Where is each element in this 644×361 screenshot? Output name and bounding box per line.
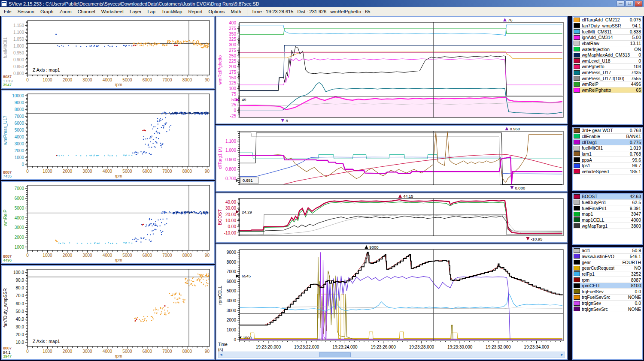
channel-row-wmPress_U17[interactable]: wmPress_U177435 bbox=[573, 70, 642, 76]
channel-row-cllEnable[interactable]: cllEnableBANK1 bbox=[573, 134, 642, 140]
channel-name: gear bbox=[582, 260, 591, 265]
svg-text:275: 275 bbox=[229, 48, 236, 53]
chart-panel-wmPress_U17[interactable]: 0100020003000400050006000700080009000100… bbox=[1, 90, 215, 180]
channel-value: 0.775 bbox=[630, 140, 641, 145]
channel-row-trqIgnSevSrc[interactable]: trqIgnSevSrcNONE bbox=[573, 306, 642, 312]
channel-row-awkwJustinEVO[interactable]: awkwJustinEVO546.1 bbox=[573, 254, 642, 260]
channel-row-fuelMlt_CM311[interactable]: fuelMlt_CM3110.838 bbox=[573, 29, 642, 35]
svg-text:rpm: rpm bbox=[115, 174, 122, 178]
svg-text:40.00: 40.00 bbox=[225, 200, 236, 205]
channel-row-rpm[interactable]: rpm8087 bbox=[573, 277, 642, 283]
svg-text:8087: 8087 bbox=[3, 346, 12, 350]
chart-panel-rpmCELL[interactable]: ◄ ► 010002000300040005000600070008000900… bbox=[216, 244, 568, 360]
channel-row-wgMapMaxAdd_CM313[interactable]: wgMapMaxAdd_CM3130 bbox=[573, 52, 642, 58]
channel-row-wmPghetto[interactable]: wmPghetto108 bbox=[573, 64, 642, 70]
chart-panel-fuelMltCll1[interactable]: 0.8000.8500.9000.9501.0001.0501.1001.150… bbox=[1, 16, 215, 89]
channel-value: BANK1 bbox=[626, 134, 641, 139]
channel-row-3rd+ gear WOT[interactable]: 3rd+ gear WOT0.768 bbox=[573, 128, 642, 134]
channel-name: tps1 bbox=[582, 163, 590, 168]
menu-lap[interactable]: Lap bbox=[145, 8, 158, 15]
chart-panel-wmRelPghetto[interactable]: -250255075100125150175200225250275300325… bbox=[216, 16, 568, 124]
channel-row-map1[interactable]: map13947 bbox=[573, 211, 642, 217]
channel-row-wmPress_U17-f(100)[interactable]: wmPress_U17-f(100)7555 bbox=[573, 75, 642, 81]
chart-panel-wmRelP[interactable]: 1000200030004000500060007000010002000300… bbox=[1, 181, 215, 264]
channel-row-wmRelPghetto[interactable]: wmRelPghetto65 bbox=[573, 87, 642, 93]
channel-value: 0 bbox=[638, 58, 641, 63]
svg-text:1000: 1000 bbox=[15, 245, 24, 250]
channel-name: wmPress_U17 bbox=[582, 70, 611, 75]
svg-text:8000: 8000 bbox=[182, 78, 192, 82]
channel-row-map1CELL[interactable]: map1CELL4000 bbox=[573, 217, 642, 223]
menu-layer[interactable]: Layer bbox=[127, 8, 145, 15]
channel-name: 3rd+ gear WOT bbox=[582, 128, 613, 133]
minimize-button[interactable]: — bbox=[617, 0, 625, 7]
chart-panel-BOOST[interactable]: -10.000.0010.0020.0030.0040.0024.2944.15… bbox=[216, 193, 568, 243]
menu-graph[interactable]: Graph bbox=[37, 8, 57, 15]
time-scrollbar[interactable]: ◄ ► bbox=[218, 352, 565, 358]
svg-text:wmRelP: wmRelP bbox=[3, 209, 8, 226]
channel-row-vbatRaw[interactable]: vbatRaw13.11 bbox=[573, 41, 642, 47]
svg-text:10.0: 10.0 bbox=[16, 340, 24, 345]
scroll-right-icon[interactable]: ► bbox=[559, 352, 565, 358]
channel-row-lam1[interactable]: lam10.768 bbox=[573, 151, 642, 157]
channel-row-trqIgnSev[interactable]: trqIgnSev0.0 bbox=[573, 301, 642, 307]
svg-text:50: 50 bbox=[231, 97, 237, 102]
channel-row-tps1[interactable]: tps199.7 bbox=[573, 163, 642, 169]
channel-value: 0.838 bbox=[630, 29, 641, 34]
chart-panel-cllTarg1[interactable]: 0.7000.8000.9001.0001.1000.6810.9600.000… bbox=[216, 125, 568, 192]
channel-row-fuelFinalPri1[interactable]: fuelFinalPri19.391 bbox=[573, 205, 642, 211]
svg-text:0.800: 0.800 bbox=[13, 71, 24, 76]
svg-text:0.900: 0.900 bbox=[13, 57, 24, 62]
scroll-left-icon[interactable]: ◄ bbox=[219, 352, 224, 358]
channel-name: fuelMlt_CM311 bbox=[582, 29, 612, 34]
chart-panel-fan7Duty[interactable]: 10.020.030.040.050.060.070.080.090.0100.… bbox=[1, 265, 215, 360]
color-swatch bbox=[574, 88, 580, 93]
channel-row-waterInjection[interactable]: waterInjectionON bbox=[573, 46, 642, 52]
channel-row-wmRelP[interactable]: wmRelP4496 bbox=[573, 81, 642, 87]
menu-report[interactable]: Report bbox=[185, 8, 205, 15]
channel-row-fuelDutyPri1[interactable]: fuelDutyPri162.5 bbox=[573, 200, 642, 206]
channel-row-act1[interactable]: act150.9 bbox=[573, 248, 642, 254]
svg-text:2000: 2000 bbox=[227, 318, 237, 322]
channel-value: 108 bbox=[633, 64, 641, 69]
channel-value: 94.1 bbox=[632, 23, 641, 28]
close-button[interactable]: ✕ bbox=[635, 0, 643, 7]
channel-row-relFp1[interactable]: relFp13252 bbox=[573, 271, 642, 277]
menu-zoom[interactable]: Zoom bbox=[56, 8, 74, 15]
maximize-button[interactable]: ❐ bbox=[626, 0, 634, 7]
svg-text:0: 0 bbox=[234, 108, 236, 113]
svg-text:-10.00: -10.00 bbox=[224, 231, 237, 235]
svg-text:0: 0 bbox=[26, 349, 29, 354]
menu-worksheet[interactable]: Worksheet bbox=[98, 8, 127, 15]
channel-value: 65 bbox=[636, 87, 641, 93]
menu-options[interactable]: Options bbox=[205, 8, 228, 15]
channel-row-rpmCELL[interactable]: rpmCELL8100 bbox=[573, 283, 642, 289]
channel-row-ignAdd_CM314[interactable]: ignAdd_CM3145.00 bbox=[573, 35, 642, 41]
channel-row-trqFuelSevSrc[interactable]: trqFuelSevSrcNONE bbox=[573, 295, 642, 301]
menu-trackmap[interactable]: TrackMap bbox=[158, 8, 185, 15]
color-swatch bbox=[574, 82, 580, 87]
svg-text:25: 25 bbox=[231, 102, 237, 107]
menu-channel[interactable]: Channel bbox=[75, 8, 98, 15]
channel-row-ppsA[interactable]: ppsA99.6 bbox=[573, 157, 642, 163]
channel-row-vehicleSpeed[interactable]: vehicleSpeed185.1 bbox=[573, 168, 642, 174]
scrollbar-thumb[interactable] bbox=[319, 352, 351, 357]
channel-row-fan7Duty_wmpSSR[interactable]: fan7Duty_wmpSSR94.1 bbox=[573, 23, 642, 29]
menu-math[interactable]: Math bbox=[228, 8, 244, 15]
svg-text:5000: 5000 bbox=[122, 349, 132, 354]
channel-row-gearCutRequest[interactable]: gearCutRequestNO bbox=[573, 265, 642, 271]
channel-row-cllTargAdd_CM212[interactable]: cllTargAdd_CM2120.075 bbox=[573, 17, 642, 23]
channel-row-cllTarg1[interactable]: cllTarg10.775 bbox=[573, 139, 642, 145]
channel-row-fuelMltCll1[interactable]: fuelMltCll11.019 bbox=[573, 145, 642, 151]
channel-row-trqFuelSev[interactable]: trqFuelSev0.0 bbox=[573, 289, 642, 295]
chart-wmRelP-vs-rpm: 1000200030004000500060007000010002000300… bbox=[2, 182, 214, 263]
menu-file[interactable]: File bbox=[1, 8, 15, 15]
channel-row-gear[interactable]: gearFOURTH bbox=[573, 259, 642, 265]
channel-row-wmLevel_U18[interactable]: wmLevel_U180 bbox=[573, 58, 642, 64]
channel-row-BOOST[interactable]: BOOST42.63 bbox=[573, 194, 642, 200]
title-bar[interactable]: SView 2.15.253 : C:\Users\Public\Documen… bbox=[0, 0, 644, 7]
svg-text:8087: 8087 bbox=[3, 254, 12, 259]
svg-text:1.000: 1.000 bbox=[13, 44, 24, 48]
menu-session[interactable]: Session bbox=[15, 8, 37, 15]
channel-row-wgMapTarg1[interactable]: wgMapTarg13800 bbox=[573, 223, 642, 229]
